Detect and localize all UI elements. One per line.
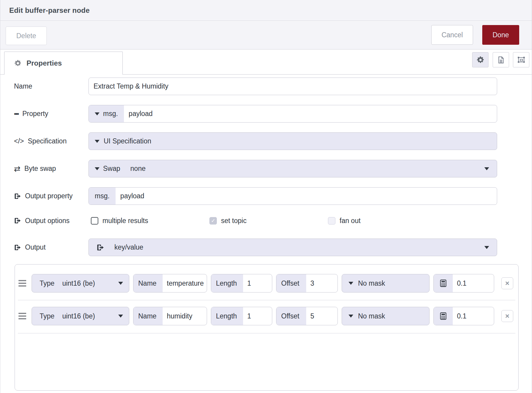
item-row: Type uint16 (be) Name Length Offset No m… xyxy=(18,274,512,293)
item-scale-field xyxy=(433,274,494,293)
specification-select[interactable]: UI Specification xyxy=(88,132,497,150)
byte-swap-mode[interactable]: Swap xyxy=(89,160,120,177)
sign-out-icon xyxy=(14,217,21,224)
dialog-header: Edit buffer-parser node xyxy=(0,0,532,21)
item-length-input[interactable] xyxy=(243,274,272,292)
calculator-icon xyxy=(434,307,453,325)
item-name-field: Name xyxy=(133,274,207,293)
name-input[interactable] xyxy=(89,78,497,95)
byte-swap-label: ⇄ Byte swap xyxy=(14,165,88,173)
output-property-row: Output property msg. xyxy=(14,187,497,205)
item-type-value: uint16 (be) xyxy=(62,279,95,287)
item-type-select[interactable]: Type uint16 (be) xyxy=(32,274,129,293)
item-name-input[interactable] xyxy=(163,307,207,325)
document-icon xyxy=(497,56,505,64)
dialog-button-bar: Delete Cancel Done xyxy=(0,21,532,49)
items-list: Type uint16 (be) Name Length Offset No m… xyxy=(15,264,519,391)
swap-arrows-icon: ⇄ xyxy=(14,165,21,173)
object-group-icon xyxy=(517,56,525,64)
specification-caret xyxy=(89,133,101,150)
sign-out-icon xyxy=(89,239,110,256)
name-row: Name xyxy=(14,78,497,95)
set-topic-option: ✓ set topic xyxy=(209,215,247,226)
output-property-input[interactable] xyxy=(116,188,497,205)
properties-view-button[interactable] xyxy=(472,52,489,67)
name-label: Name xyxy=(14,82,88,90)
description-view-button[interactable] xyxy=(493,52,509,67)
output-label: Output xyxy=(14,243,88,251)
output-property-prefix: msg. xyxy=(89,188,116,205)
item-type-select[interactable]: Type uint16 (be) xyxy=(32,307,129,325)
dialog-title: Edit buffer-parser node xyxy=(9,6,90,15)
item-mask-select[interactable]: No mask xyxy=(342,307,430,325)
property-row: ••• Property msg. xyxy=(14,105,497,123)
edit-node-dialog: Edit buffer-parser node Delete Cancel Do… xyxy=(0,0,532,393)
output-property-label: Output property xyxy=(14,192,88,200)
output-value: key/value xyxy=(110,239,143,256)
chevron-down-icon xyxy=(118,315,123,318)
remove-item-button[interactable]: × xyxy=(501,310,513,322)
chevron-down-icon xyxy=(95,140,99,143)
item-offset-field: Offset xyxy=(276,307,338,325)
code-icon: </> xyxy=(14,138,24,145)
close-icon: × xyxy=(505,280,509,287)
output-property-field: msg. xyxy=(88,187,497,205)
chevron-down-icon xyxy=(95,112,99,115)
output-row: Output key/value xyxy=(14,239,497,256)
delete-button[interactable]: Delete xyxy=(6,27,47,45)
sign-out-icon xyxy=(14,244,21,251)
byte-swap-value: none xyxy=(128,160,146,177)
multiple-results-option: multiple results xyxy=(91,215,148,226)
item-mask-select[interactable]: No mask xyxy=(342,274,430,293)
remove-item-button[interactable]: × xyxy=(501,277,513,289)
specification-label: </> Specification xyxy=(14,137,88,145)
chevron-down-icon xyxy=(349,315,353,318)
item-length-field: Length xyxy=(211,274,272,293)
item-mask-value: No mask xyxy=(358,279,385,287)
byte-swap-select[interactable]: Swap none xyxy=(88,160,497,177)
row-divider xyxy=(18,333,515,333)
item-name-input[interactable] xyxy=(163,274,207,292)
specification-row: </> Specification UI Specification xyxy=(14,132,497,150)
item-mask-value: No mask xyxy=(358,312,385,320)
item-scale-field xyxy=(433,307,494,325)
output-options-row: Output options multiple results ✓ set to… xyxy=(14,215,497,226)
tab-properties-label: Properties xyxy=(27,59,62,67)
calculator-icon xyxy=(434,274,453,292)
chevron-down-icon xyxy=(484,246,489,249)
drag-handle-icon[interactable] xyxy=(18,280,26,287)
fan-out-option: fan out xyxy=(328,215,360,226)
drag-handle-icon[interactable] xyxy=(18,313,26,319)
row-divider xyxy=(18,300,515,300)
appearance-view-button[interactable] xyxy=(513,52,529,67)
gear-icon xyxy=(476,56,485,64)
item-row: Type uint16 (be) Name Length Offset No m… xyxy=(18,307,512,325)
output-options-label: Output options xyxy=(14,217,88,225)
output-select[interactable]: key/value xyxy=(88,239,497,256)
chevron-down-icon xyxy=(484,167,489,170)
property-type-dropdown[interactable]: msg. xyxy=(89,105,124,122)
chevron-down-icon xyxy=(118,282,123,285)
cancel-button[interactable]: Cancel xyxy=(431,25,473,45)
item-scale-input[interactable] xyxy=(453,307,494,325)
item-offset-input[interactable] xyxy=(306,307,337,325)
tab-bar: Properties xyxy=(0,49,532,75)
item-name-field: Name xyxy=(133,307,207,325)
close-icon: × xyxy=(505,312,509,320)
property-field: msg. xyxy=(88,105,497,123)
ellipsis-icon: ••• xyxy=(14,111,18,117)
output-options-zone: multiple results ✓ set topic fan out xyxy=(88,215,497,226)
item-length-input[interactable] xyxy=(243,307,272,325)
item-scale-input[interactable] xyxy=(453,274,494,292)
chevron-down-icon xyxy=(349,282,353,285)
multiple-results-checkbox[interactable] xyxy=(91,217,98,225)
done-button[interactable]: Done xyxy=(482,25,519,45)
item-type-value: uint16 (be) xyxy=(62,312,95,320)
tab-properties[interactable]: Properties xyxy=(4,52,123,75)
check-icon: ✓ xyxy=(211,218,215,224)
property-label: ••• Property xyxy=(14,110,88,118)
set-topic-checkbox[interactable]: ✓ xyxy=(209,217,217,225)
property-input[interactable] xyxy=(124,105,497,122)
fan-out-checkbox[interactable] xyxy=(328,217,335,225)
item-offset-input[interactable] xyxy=(306,274,337,292)
